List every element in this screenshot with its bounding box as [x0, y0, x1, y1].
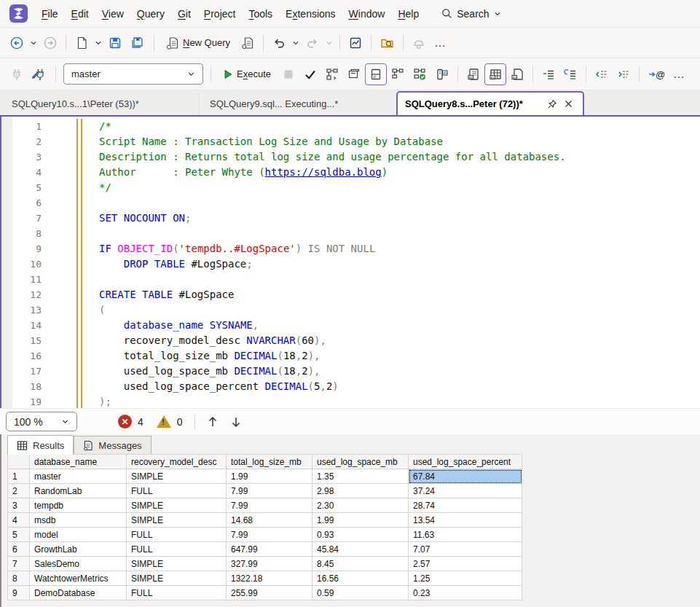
grid-cell[interactable]: 7.07: [409, 542, 522, 557]
query-options-button[interactable]: [343, 63, 365, 85]
document-tab-1[interactable]: SQLQuery10.s...1\Peter (53))*: [1, 93, 199, 115]
search-control[interactable]: Search: [436, 5, 506, 23]
tab-messages[interactable]: Messages: [74, 436, 151, 454]
results-grid[interactable]: database_namerecovery_model_desctotal_lo…: [7, 454, 522, 600]
grid-cell[interactable]: 0.23: [409, 586, 522, 600]
save-button[interactable]: [104, 32, 126, 54]
grid-cell[interactable]: 13.54: [409, 513, 522, 528]
grid-cell[interactable]: 8.45: [312, 557, 409, 571]
grid-cell[interactable]: FULL: [127, 528, 227, 542]
grid-column-header-recovery_model_desc[interactable]: recovery_model_desc: [127, 455, 227, 469]
row-number-cell[interactable]: 2: [8, 484, 30, 498]
actual-plan-button[interactable]: [409, 63, 431, 85]
grid-cell[interactable]: DemoDatabase: [30, 586, 127, 600]
row-number-cell[interactable]: 1: [8, 469, 30, 484]
sql-editor[interactable]: 12345678910111213141516171819 /*Script N…: [0, 117, 700, 408]
grid-cell[interactable]: 0.59: [312, 586, 409, 600]
grid-cell[interactable]: 2.30: [312, 498, 409, 513]
grid-cell[interactable]: 14.68: [227, 513, 312, 528]
close-tab-icon[interactable]: [561, 97, 575, 111]
grid-cell[interactable]: 327.99: [227, 557, 312, 571]
grid-cell[interactable]: FULL: [127, 484, 227, 498]
zoom-selector[interactable]: 100 %: [6, 412, 77, 431]
grid-cell[interactable]: 37.24: [409, 484, 522, 498]
grid-cell[interactable]: 2.57: [409, 557, 522, 571]
grid-cell[interactable]: 28.74: [409, 498, 522, 513]
undo-history-chevron-icon[interactable]: [290, 32, 302, 54]
author-blog-link[interactable]: https://sqldba.blog: [265, 166, 382, 178]
query-toolbar-overflow-button[interactable]: …: [669, 68, 690, 81]
grid-cell[interactable]: 647.99: [227, 542, 312, 557]
menu-tools[interactable]: Tools: [242, 4, 279, 23]
grid-column-header-total_log_size_mb[interactable]: total_log_size_mb: [227, 455, 312, 469]
grid-cell[interactable]: 7.99: [227, 528, 312, 542]
tab-results[interactable]: Results: [7, 435, 74, 455]
grid-cell[interactable]: FULL: [127, 542, 227, 557]
grid-cell[interactable]: SIMPLE: [127, 571, 227, 586]
menu-edit[interactable]: Edit: [65, 4, 95, 23]
pin-tab-icon[interactable]: [545, 97, 559, 111]
warning-icon[interactable]: [157, 415, 171, 428]
comment-out-button[interactable]: [591, 63, 613, 85]
results-pane-toggle-button[interactable]: [365, 63, 387, 85]
change-connection-button[interactable]: [28, 63, 51, 85]
row-number-cell[interactable]: 9: [8, 586, 30, 600]
menu-view[interactable]: View: [95, 4, 130, 23]
sqlcmd-mode-button[interactable]: [321, 63, 343, 85]
new-query-button[interactable]: New Query: [159, 32, 237, 54]
menu-extensions[interactable]: Extensions: [279, 4, 342, 23]
results-to-file-button[interactable]: 01: [506, 63, 528, 85]
grid-cell[interactable]: 7.99: [227, 498, 312, 513]
grid-cell[interactable]: WatchtowerMetrics: [30, 571, 127, 586]
standard-toolbar-overflow-button[interactable]: …: [430, 36, 451, 50]
error-count[interactable]: 4: [138, 416, 143, 428]
menu-git[interactable]: Git: [171, 4, 197, 23]
save-all-button[interactable]: [126, 32, 149, 54]
parse-button[interactable]: [299, 63, 321, 85]
live-query-stats-button[interactable]: [431, 63, 453, 85]
grid-cell[interactable]: SIMPLE: [127, 469, 227, 484]
database-engine-query-button[interactable]: [237, 32, 259, 54]
previous-issue-button[interactable]: [207, 415, 219, 428]
grid-column-header-database_name[interactable]: database_name: [30, 455, 127, 469]
undo-button[interactable]: [268, 32, 290, 54]
grid-column-header-used_log_space_percent[interactable]: used_log_space_percent: [409, 455, 522, 469]
find-in-files-button[interactable]: [376, 32, 398, 54]
menu-window[interactable]: Window: [342, 4, 392, 23]
grid-cell[interactable]: SIMPLE: [127, 513, 227, 528]
uncomment-button[interactable]: [613, 63, 634, 85]
grid-cell[interactable]: FULL: [127, 586, 227, 600]
new-file-button[interactable]: [71, 32, 93, 54]
navigate-back-button[interactable]: [6, 32, 28, 54]
warning-count[interactable]: 0: [177, 416, 183, 428]
execute-button[interactable]: Execute: [216, 63, 278, 85]
grid-cell[interactable]: 1.25: [409, 571, 522, 586]
grid-cell[interactable]: 11.63: [409, 528, 522, 542]
grid-cell[interactable]: 7.99: [227, 484, 312, 498]
row-number-cell[interactable]: 3: [8, 498, 30, 513]
grid-cell[interactable]: 16.56: [312, 571, 409, 586]
grid-cell[interactable]: model: [30, 528, 127, 542]
grid-cell[interactable]: SIMPLE: [127, 557, 227, 571]
grid-cell[interactable]: 1.99: [227, 469, 312, 484]
grid-cell[interactable]: 0.93: [312, 528, 409, 542]
editor-breakpoint-margin[interactable]: [1, 117, 12, 408]
new-file-chevron-icon[interactable]: [93, 32, 104, 54]
grid-column-header-used_log_space_mb[interactable]: used_log_space_mb: [312, 455, 409, 469]
next-issue-button[interactable]: [230, 415, 242, 428]
grid-cell[interactable]: SalesDemo: [30, 557, 127, 571]
grid-corner-header[interactable]: [8, 455, 30, 469]
document-tab-3[interactable]: SQLQuery8.s...Peter (72))*: [396, 91, 584, 115]
grid-cell[interactable]: msdb: [30, 513, 127, 528]
row-number-cell[interactable]: 5: [8, 528, 30, 542]
code-lines[interactable]: /*Script Name : Transaction Log Size and…: [99, 119, 566, 408]
results-to-text-button[interactable]: 01: [463, 63, 484, 85]
decrease-indent-button[interactable]: [538, 63, 559, 85]
grid-cell[interactable]: 2.98: [312, 484, 409, 498]
back-history-chevron-icon[interactable]: [28, 32, 39, 54]
results-to-grid-button[interactable]: 01: [484, 63, 506, 85]
grid-cell[interactable]: 1322.18: [227, 571, 312, 586]
database-selector[interactable]: master: [63, 63, 203, 85]
activity-monitor-button[interactable]: [345, 32, 366, 54]
menu-query[interactable]: Query: [130, 4, 171, 23]
